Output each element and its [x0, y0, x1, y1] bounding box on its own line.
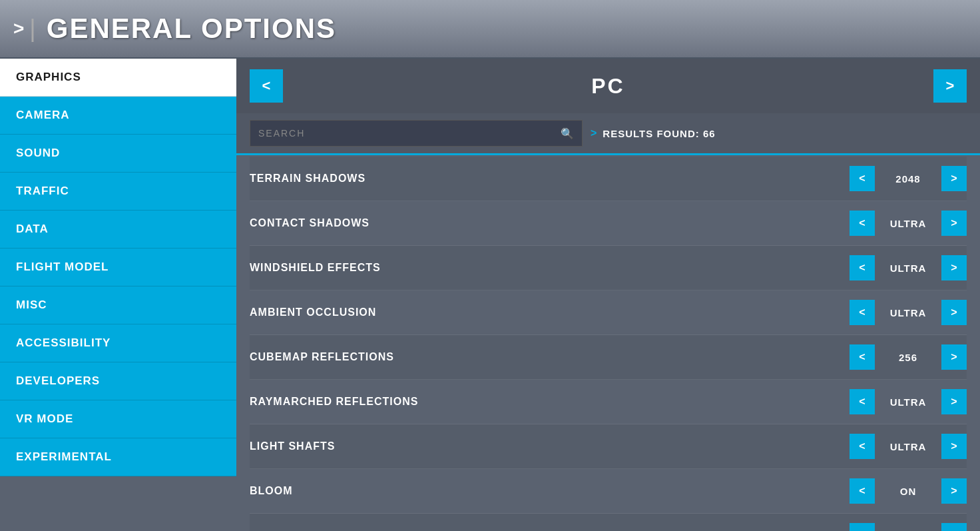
- setting-value-2: ULTRA: [875, 263, 941, 274]
- table-row: TERRAIN SHADOWS<2048>: [250, 157, 967, 201]
- table-row: AMBIENT OCCLUSION<ULTRA>: [250, 290, 967, 335]
- content-area: < PC > 🔍 > RESULTS FOUND: 66 TERRAIN SHA…: [236, 59, 980, 531]
- sidebar-item-developers[interactable]: DEVELOPERS: [0, 362, 236, 400]
- table-row: CONTACT SHADOWS<ULTRA>: [250, 201, 967, 246]
- sidebar-item-experimental[interactable]: EXPERIMENTAL: [0, 438, 236, 476]
- setting-control-4: <256>: [850, 344, 967, 370]
- setting-next-btn-0[interactable]: >: [941, 166, 967, 191]
- table-row: CUBEMAP REFLECTIONS<256>: [250, 335, 967, 380]
- setting-next-btn-5[interactable]: >: [941, 389, 967, 414]
- setting-value-4: 256: [875, 352, 941, 363]
- setting-value-1: ULTRA: [875, 218, 941, 229]
- table-row: WINDSHIELD EFFECTS<ULTRA>: [250, 246, 967, 290]
- header-divider: |: [29, 15, 35, 43]
- setting-control-0: <2048>: [850, 166, 967, 191]
- setting-name-2: WINDSHIELD EFFECTS: [250, 262, 850, 274]
- settings-list: TERRAIN SHADOWS<2048>CONTACT SHADOWS<ULT…: [236, 157, 980, 531]
- table-row: LIGHT SHAFTS<ULTRA>: [250, 424, 967, 469]
- setting-name-5: RAYMARCHED REFLECTIONS: [250, 396, 850, 408]
- setting-name-6: LIGHT SHAFTS: [250, 440, 850, 452]
- setting-prev-btn-5[interactable]: <: [850, 389, 875, 414]
- sidebar-item-traffic[interactable]: TRAFFIC: [0, 173, 236, 211]
- sidebar-item-misc[interactable]: MISC: [0, 286, 236, 324]
- setting-name-0: TERRAIN SHADOWS: [250, 173, 850, 185]
- platform-prev-button[interactable]: <: [250, 69, 283, 103]
- setting-prev-btn-7[interactable]: <: [850, 478, 875, 504]
- sidebar-item-sound[interactable]: SOUND: [0, 135, 236, 173]
- setting-control-6: <ULTRA>: [850, 434, 967, 459]
- setting-next-btn-1[interactable]: >: [941, 211, 967, 236]
- sidebar-item-graphics[interactable]: GRAPHICS: [0, 59, 236, 97]
- setting-value-7: ON: [875, 486, 941, 497]
- search-input[interactable]: [258, 128, 561, 139]
- setting-prev-btn-2[interactable]: <: [850, 255, 875, 280]
- setting-prev-btn-8[interactable]: <: [850, 523, 875, 531]
- setting-name-4: CUBEMAP REFLECTIONS: [250, 351, 850, 363]
- setting-control-1: <ULTRA>: [850, 211, 967, 236]
- setting-next-btn-6[interactable]: >: [941, 434, 967, 459]
- page-title: GENERAL OPTIONS: [47, 13, 336, 45]
- sidebar-item-accessibility[interactable]: ACCESSIBILITY: [0, 324, 236, 362]
- setting-name-1: CONTACT SHADOWS: [250, 217, 850, 229]
- setting-control-8: <ULTRA>: [850, 523, 967, 531]
- results-arrow-icon: >: [591, 127, 597, 139]
- table-row: DEPTH OF FIELD<ULTRA>: [250, 514, 967, 531]
- main-layout: GRAPHICSCAMERASOUNDTRAFFICDATAFLIGHT MOD…: [0, 59, 980, 531]
- accent-line: [236, 153, 980, 155]
- setting-value-6: ULTRA: [875, 441, 941, 452]
- setting-value-5: ULTRA: [875, 396, 941, 408]
- setting-prev-btn-3[interactable]: <: [850, 300, 875, 325]
- search-bar: 🔍 > RESULTS FOUND: 66: [236, 113, 980, 153]
- setting-next-btn-3[interactable]: >: [941, 300, 967, 325]
- platform-name: PC: [591, 74, 624, 99]
- setting-next-btn-7[interactable]: >: [941, 478, 967, 504]
- setting-prev-btn-6[interactable]: <: [850, 434, 875, 459]
- setting-next-btn-8[interactable]: >: [941, 523, 967, 531]
- setting-prev-btn-0[interactable]: <: [850, 166, 875, 191]
- setting-value-0: 2048: [875, 173, 941, 185]
- table-row: BLOOM<ON>: [250, 469, 967, 514]
- header-arrow-icon: >: [13, 18, 24, 39]
- setting-name-7: BLOOM: [250, 485, 850, 497]
- results-count: RESULTS FOUND: 66: [603, 128, 715, 139]
- platform-next-button[interactable]: >: [933, 69, 967, 103]
- setting-next-btn-2[interactable]: >: [941, 255, 967, 280]
- setting-prev-btn-1[interactable]: <: [850, 211, 875, 236]
- sidebar-item-data[interactable]: DATA: [0, 211, 236, 249]
- setting-value-3: ULTRA: [875, 307, 941, 318]
- platform-bar: < PC >: [236, 59, 980, 113]
- search-icon: 🔍: [561, 127, 574, 140]
- results-found: > RESULTS FOUND: 66: [591, 127, 716, 139]
- table-row: RAYMARCHED REFLECTIONS<ULTRA>: [250, 380, 967, 424]
- setting-prev-btn-4[interactable]: <: [850, 344, 875, 370]
- setting-control-5: <ULTRA>: [850, 389, 967, 414]
- search-wrapper: 🔍: [250, 120, 583, 147]
- header: > | GENERAL OPTIONS: [0, 0, 980, 59]
- sidebar-item-flight-model[interactable]: FLIGHT MODEL: [0, 249, 236, 286]
- setting-name-3: AMBIENT OCCLUSION: [250, 306, 850, 318]
- sidebar: GRAPHICSCAMERASOUNDTRAFFICDATAFLIGHT MOD…: [0, 59, 236, 531]
- setting-control-7: <ON>: [850, 478, 967, 504]
- sidebar-item-camera[interactable]: CAMERA: [0, 97, 236, 135]
- setting-next-btn-4[interactable]: >: [941, 344, 967, 370]
- sidebar-item-vr-mode[interactable]: VR MODE: [0, 400, 236, 438]
- setting-control-2: <ULTRA>: [850, 255, 967, 280]
- setting-control-3: <ULTRA>: [850, 300, 967, 325]
